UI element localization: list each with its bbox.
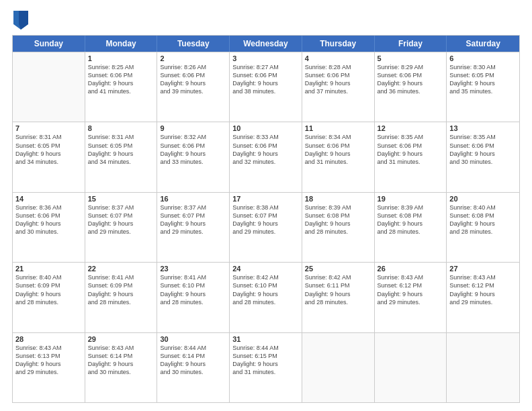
day-cell-3: 3Sunrise: 8:27 AM Sunset: 6:06 PM Daylig… <box>230 52 302 122</box>
day-info: Sunrise: 8:33 AM Sunset: 6:06 PM Dayligh… <box>232 133 299 166</box>
day-number: 18 <box>305 195 371 203</box>
day-number: 24 <box>232 265 299 273</box>
day-info: Sunrise: 8:42 AM Sunset: 6:11 PM Dayligh… <box>305 273 371 306</box>
day-cell-10: 10Sunrise: 8:33 AM Sunset: 6:06 PM Dayli… <box>230 122 302 191</box>
day-cell-20: 20Sunrise: 8:40 AM Sunset: 6:08 PM Dayli… <box>447 193 519 262</box>
calendar-row-3: 21Sunrise: 8:40 AM Sunset: 6:09 PM Dayli… <box>13 262 519 332</box>
day-info: Sunrise: 8:35 AM Sunset: 6:06 PM Dayligh… <box>378 133 444 166</box>
day-number: 16 <box>160 195 226 203</box>
header-day-tuesday: Tuesday <box>157 36 230 52</box>
day-info: Sunrise: 8:32 AM Sunset: 6:06 PM Dayligh… <box>160 133 226 166</box>
day-info: Sunrise: 8:31 AM Sunset: 6:05 PM Dayligh… <box>15 133 82 166</box>
day-number: 9 <box>160 124 226 132</box>
day-number: 13 <box>449 124 517 132</box>
day-info: Sunrise: 8:42 AM Sunset: 6:10 PM Dayligh… <box>232 273 299 306</box>
day-info: Sunrise: 8:43 AM Sunset: 6:14 PM Dayligh… <box>88 344 154 377</box>
header <box>12 11 520 30</box>
day-cell-1: 1Sunrise: 8:25 AM Sunset: 6:06 PM Daylig… <box>85 52 158 122</box>
day-cell-29: 29Sunrise: 8:43 AM Sunset: 6:14 PM Dayli… <box>85 333 158 402</box>
empty-cell <box>375 333 447 402</box>
day-info: Sunrise: 8:39 AM Sunset: 6:08 PM Dayligh… <box>378 203 444 236</box>
day-info: Sunrise: 8:25 AM Sunset: 6:06 PM Dayligh… <box>88 63 154 96</box>
day-number: 6 <box>449 54 517 62</box>
day-number: 3 <box>232 54 299 62</box>
day-cell-15: 15Sunrise: 8:37 AM Sunset: 6:07 PM Dayli… <box>85 193 158 262</box>
day-info: Sunrise: 8:41 AM Sunset: 6:10 PM Dayligh… <box>160 273 226 306</box>
day-cell-16: 16Sunrise: 8:37 AM Sunset: 6:07 PM Dayli… <box>157 193 230 262</box>
day-number: 5 <box>378 54 444 62</box>
day-info: Sunrise: 8:30 AM Sunset: 6:05 PM Dayligh… <box>449 63 517 96</box>
calendar-header: SundayMondayTuesdayWednesdayThursdayFrid… <box>13 36 519 52</box>
day-number: 8 <box>88 124 154 132</box>
day-number: 25 <box>305 265 371 273</box>
day-number: 15 <box>88 195 154 203</box>
day-cell-5: 5Sunrise: 8:29 AM Sunset: 6:06 PM Daylig… <box>375 52 447 122</box>
calendar-row-2: 14Sunrise: 8:36 AM Sunset: 6:06 PM Dayli… <box>13 192 519 262</box>
header-day-thursday: Thursday <box>302 36 375 52</box>
day-cell-2: 2Sunrise: 8:26 AM Sunset: 6:06 PM Daylig… <box>157 52 230 122</box>
day-cell-24: 24Sunrise: 8:42 AM Sunset: 6:10 PM Dayli… <box>230 263 302 332</box>
day-info: Sunrise: 8:34 AM Sunset: 6:06 PM Dayligh… <box>305 133 371 166</box>
day-info: Sunrise: 8:43 AM Sunset: 6:12 PM Dayligh… <box>378 273 444 306</box>
empty-cell <box>447 333 519 402</box>
day-number: 23 <box>160 265 226 273</box>
svg-marker-1 <box>19 11 28 30</box>
day-cell-8: 8Sunrise: 8:31 AM Sunset: 6:05 PM Daylig… <box>85 122 158 191</box>
day-cell-21: 21Sunrise: 8:40 AM Sunset: 6:09 PM Dayli… <box>13 263 85 332</box>
day-info: Sunrise: 8:40 AM Sunset: 6:08 PM Dayligh… <box>449 203 517 236</box>
day-info: Sunrise: 8:40 AM Sunset: 6:09 PM Dayligh… <box>15 273 82 306</box>
day-info: Sunrise: 8:28 AM Sunset: 6:06 PM Dayligh… <box>305 63 371 96</box>
day-number: 7 <box>15 124 82 132</box>
day-info: Sunrise: 8:39 AM Sunset: 6:08 PM Dayligh… <box>305 203 371 236</box>
logo <box>12 13 28 30</box>
calendar-row-1: 7Sunrise: 8:31 AM Sunset: 6:05 PM Daylig… <box>13 122 519 191</box>
day-number: 2 <box>160 54 226 62</box>
day-number: 12 <box>378 124 444 132</box>
day-cell-30: 30Sunrise: 8:44 AM Sunset: 6:14 PM Dayli… <box>157 333 230 402</box>
day-number: 1 <box>88 54 154 62</box>
day-number: 20 <box>449 195 517 203</box>
day-info: Sunrise: 8:29 AM Sunset: 6:06 PM Dayligh… <box>378 63 444 96</box>
day-number: 17 <box>232 195 299 203</box>
day-number: 22 <box>88 265 154 273</box>
day-info: Sunrise: 8:37 AM Sunset: 6:07 PM Dayligh… <box>88 203 154 236</box>
day-number: 27 <box>449 265 517 273</box>
day-cell-19: 19Sunrise: 8:39 AM Sunset: 6:08 PM Dayli… <box>375 193 447 262</box>
day-number: 28 <box>15 335 82 343</box>
calendar-row-0: 1Sunrise: 8:25 AM Sunset: 6:06 PM Daylig… <box>13 52 519 122</box>
page: SundayMondayTuesdayWednesdayThursdayFrid… <box>0 0 532 411</box>
day-info: Sunrise: 8:38 AM Sunset: 6:07 PM Dayligh… <box>232 203 299 236</box>
day-info: Sunrise: 8:26 AM Sunset: 6:06 PM Dayligh… <box>160 63 226 96</box>
header-day-sunday: Sunday <box>13 36 85 52</box>
day-cell-14: 14Sunrise: 8:36 AM Sunset: 6:06 PM Dayli… <box>13 193 85 262</box>
day-cell-26: 26Sunrise: 8:43 AM Sunset: 6:12 PM Dayli… <box>375 263 447 332</box>
day-cell-28: 28Sunrise: 8:43 AM Sunset: 6:13 PM Dayli… <box>13 333 85 402</box>
day-number: 4 <box>305 54 371 62</box>
day-cell-6: 6Sunrise: 8:30 AM Sunset: 6:05 PM Daylig… <box>447 52 519 122</box>
day-cell-13: 13Sunrise: 8:35 AM Sunset: 6:06 PM Dayli… <box>447 122 519 191</box>
day-info: Sunrise: 8:44 AM Sunset: 6:14 PM Dayligh… <box>160 344 226 377</box>
day-number: 14 <box>15 195 82 203</box>
day-number: 19 <box>378 195 444 203</box>
day-number: 30 <box>160 335 226 343</box>
day-cell-9: 9Sunrise: 8:32 AM Sunset: 6:06 PM Daylig… <box>157 122 230 191</box>
day-info: Sunrise: 8:43 AM Sunset: 6:12 PM Dayligh… <box>449 273 517 306</box>
day-info: Sunrise: 8:31 AM Sunset: 6:05 PM Dayligh… <box>88 133 154 166</box>
day-number: 11 <box>305 124 371 132</box>
day-cell-12: 12Sunrise: 8:35 AM Sunset: 6:06 PM Dayli… <box>375 122 447 191</box>
header-day-friday: Friday <box>375 36 447 52</box>
header-day-saturday: Saturday <box>447 36 519 52</box>
calendar-body: 1Sunrise: 8:25 AM Sunset: 6:06 PM Daylig… <box>13 52 519 402</box>
day-cell-17: 17Sunrise: 8:38 AM Sunset: 6:07 PM Dayli… <box>230 193 302 262</box>
calendar-row-4: 28Sunrise: 8:43 AM Sunset: 6:13 PM Dayli… <box>13 332 519 402</box>
header-day-wednesday: Wednesday <box>230 36 302 52</box>
day-cell-18: 18Sunrise: 8:39 AM Sunset: 6:08 PM Dayli… <box>302 193 375 262</box>
day-number: 31 <box>232 335 299 343</box>
day-info: Sunrise: 8:43 AM Sunset: 6:13 PM Dayligh… <box>15 344 82 377</box>
day-info: Sunrise: 8:37 AM Sunset: 6:07 PM Dayligh… <box>160 203 226 236</box>
day-info: Sunrise: 8:44 AM Sunset: 6:15 PM Dayligh… <box>232 344 299 377</box>
calendar: SundayMondayTuesdayWednesdayThursdayFrid… <box>12 35 520 403</box>
day-info: Sunrise: 8:27 AM Sunset: 6:06 PM Dayligh… <box>232 63 299 96</box>
day-number: 21 <box>15 265 82 273</box>
empty-cell <box>13 52 85 122</box>
